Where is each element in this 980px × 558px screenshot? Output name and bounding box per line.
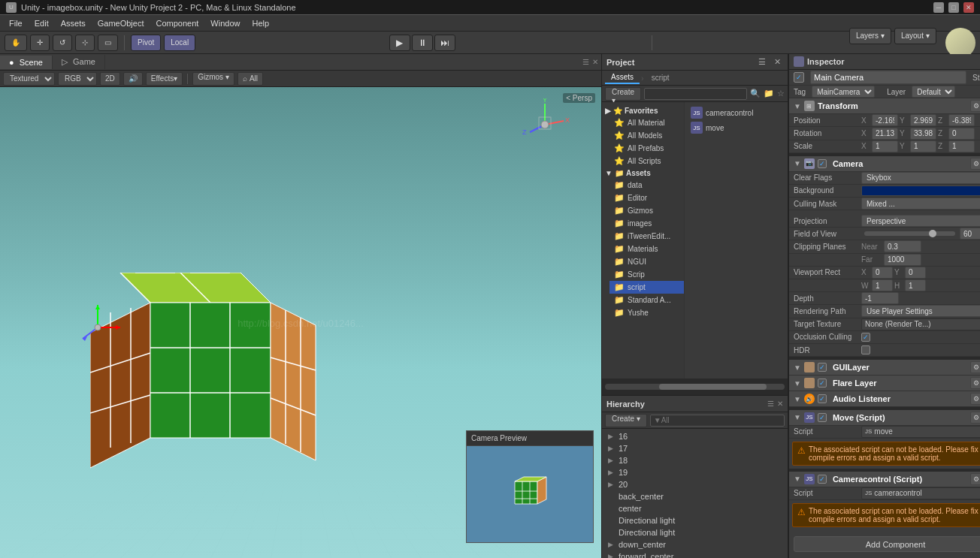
hier-item-dirlight1[interactable]: Directional light <box>602 514 788 526</box>
flarelayer-enabled-checkbox[interactable] <box>818 379 827 388</box>
2d-btn[interactable]: 2D <box>100 72 120 86</box>
hier-close-btn[interactable]: ✕ <box>777 400 783 408</box>
hierarchy-search[interactable] <box>650 415 785 427</box>
move-tool-btn[interactable]: ✛ <box>30 35 50 51</box>
guilayer-settings-btn[interactable]: ⚙ <box>970 361 980 373</box>
color-mode-select[interactable]: RGB <box>58 72 97 86</box>
tab-scene[interactable]: ● Scene <box>0 56 53 69</box>
hier-item-forward-center[interactable]: ▶ forward_center <box>602 550 788 558</box>
search-field-btn[interactable]: ⌕ All <box>237 72 263 86</box>
tag-select[interactable]: MainCamera <box>812 86 875 98</box>
scale-x-input[interactable] <box>872 140 898 152</box>
object-name-input[interactable] <box>810 71 966 84</box>
favorites-folder[interactable]: ▶ ⭐ Favorites <box>602 105 684 116</box>
transform-settings-btn[interactable]: ⚙ <box>970 100 980 112</box>
rot-y-input[interactable] <box>910 128 936 140</box>
move-script-settings-btn[interactable]: ⚙ <box>970 412 980 424</box>
rendering-path-select[interactable]: Use Player Settings <box>861 305 980 317</box>
layout-btn[interactable]: Layout ▾ <box>894 28 936 44</box>
audio-enabled-checkbox[interactable] <box>818 394 827 403</box>
folder-editor[interactable]: 📁 Editor <box>609 192 684 204</box>
asset-cameracontrol[interactable]: JS cameracontrol <box>688 105 785 120</box>
hier-item-center[interactable]: center <box>602 502 788 514</box>
menu-window[interactable]: Window <box>204 17 246 29</box>
object-active-checkbox[interactable]: ✓ <box>794 72 804 83</box>
create-btn[interactable]: Create ▾ <box>605 87 641 101</box>
folder-yushe[interactable]: 📁 Yushe <box>609 306 684 319</box>
folder-btn[interactable]: 📁 <box>764 89 774 98</box>
star-btn[interactable]: ☆ <box>777 89 785 98</box>
background-color-field[interactable] <box>861 185 980 196</box>
asset-move[interactable]: JS move <box>688 120 785 135</box>
layers-btn[interactable]: Layers ▾ <box>849 28 891 44</box>
hier-menu-btn[interactable]: ☰ <box>767 400 774 408</box>
folder-gizmos[interactable]: 📁 Gizmos <box>609 204 684 217</box>
hier-item-17[interactable]: ▶ 17 <box>602 442 788 454</box>
gizmos-btn[interactable]: Gizmos ▾ <box>192 72 234 86</box>
rect-tool-btn[interactable]: ▭ <box>98 35 118 51</box>
rot-z-input[interactable] <box>948 128 975 140</box>
rot-x-input[interactable] <box>872 128 898 140</box>
camera-settings-btn[interactable]: ⚙ <box>970 158 980 170</box>
step-btn[interactable]: ⏭ <box>434 35 455 51</box>
rotate-tool-btn[interactable]: ↺ <box>53 35 72 51</box>
fx-btn[interactable]: Effects ▾ <box>146 72 183 86</box>
assets-folder[interactable]: ▼ 📁 Assets <box>602 167 684 179</box>
folder-images[interactable]: 📁 images <box>609 217 684 230</box>
static-toggle[interactable]: Static ▾ <box>972 74 980 82</box>
tab-script[interactable]: script <box>646 72 676 83</box>
scroll-thumb[interactable] <box>659 384 767 390</box>
audio-settings-btn[interactable]: ⚙ <box>970 393 980 405</box>
camera-enabled-checkbox[interactable] <box>818 159 827 168</box>
menu-help[interactable]: Help <box>246 17 275 29</box>
scale-y-input[interactable] <box>910 140 936 152</box>
pos-y-input[interactable] <box>910 114 936 126</box>
fav-all-models[interactable]: ⭐ All Models <box>609 129 684 142</box>
fov-input[interactable] <box>960 228 980 240</box>
project-search[interactable] <box>644 88 747 100</box>
projection-select[interactable]: Perspective <box>861 215 980 227</box>
hier-create-btn[interactable]: Create ▾ <box>605 414 647 427</box>
fav-all-prefabs[interactable]: ⭐ All Prefabs <box>609 142 684 155</box>
maximize-btn[interactable]: □ <box>948 2 959 13</box>
audio-listener-header[interactable]: ▼ 🔊 Audio Listener ⚙ ? <box>789 391 980 407</box>
hier-item-16[interactable]: ▶ 16 <box>602 430 788 442</box>
folder-materials[interactable]: 📁 Materials <box>609 243 684 255</box>
near-input[interactable] <box>884 240 921 252</box>
local-btn[interactable]: Local <box>164 35 195 51</box>
scale-z-input[interactable] <box>948 140 975 152</box>
occlusion-culling-checkbox[interactable] <box>861 333 870 342</box>
scale-tool-btn[interactable]: ⊹ <box>75 35 95 51</box>
scene-viewport[interactable]: X Y Z < Persp http://blog.csdn.net/u0124… <box>0 87 601 558</box>
add-component-button[interactable]: Add Component <box>794 536 980 552</box>
play-btn[interactable]: ▶ <box>389 35 410 51</box>
hier-item-19[interactable]: ▶ 19 <box>602 466 788 478</box>
hier-item-dirlight2[interactable]: Directional light <box>602 526 788 538</box>
hier-item-back-center[interactable]: back_center <box>602 490 788 502</box>
cameracontrol-enabled-checkbox[interactable] <box>818 475 827 484</box>
move-script-header[interactable]: ▼ JS Move (Script) ⚙ ? <box>789 410 980 426</box>
flarelayer-settings-btn[interactable]: ⚙ <box>970 377 980 389</box>
sound-btn[interactable]: 🔊 <box>123 72 143 86</box>
menu-file[interactable]: File <box>3 17 29 29</box>
menu-assets[interactable]: Assets <box>55 17 92 29</box>
hier-item-20[interactable]: ▶ 20 <box>602 478 788 490</box>
folder-ngui[interactable]: 📁 NGUI <box>609 255 684 268</box>
move-script-enabled-checkbox[interactable] <box>818 413 827 422</box>
transform-component-header[interactable]: ▼ ⊞ Transform ⚙ ? <box>789 98 980 114</box>
hand-tool-btn[interactable]: ✋ <box>5 35 27 51</box>
pos-z-input[interactable] <box>948 114 975 126</box>
camera-component-header[interactable]: ▼ 📷 Camera ⚙ ? <box>789 156 980 172</box>
folder-scrip[interactable]: 📁 Scrip <box>609 268 684 281</box>
depth-input[interactable] <box>861 292 899 304</box>
search-btn[interactable]: 🔍 <box>750 89 761 98</box>
vp-x-input[interactable] <box>872 267 893 279</box>
folder-script[interactable]: 📁 script <box>609 281 684 294</box>
folder-itween[interactable]: 📁 iTweenEdit... <box>609 230 684 243</box>
proj-close-btn[interactable]: ✕ <box>771 56 783 68</box>
fov-slider-thumb[interactable] <box>929 230 936 237</box>
fav-all-material[interactable]: ⭐ All Material <box>609 116 684 129</box>
far-input[interactable] <box>884 254 921 266</box>
menu-component[interactable]: Component <box>150 17 204 29</box>
tab-assets[interactable]: Assets <box>605 71 640 84</box>
